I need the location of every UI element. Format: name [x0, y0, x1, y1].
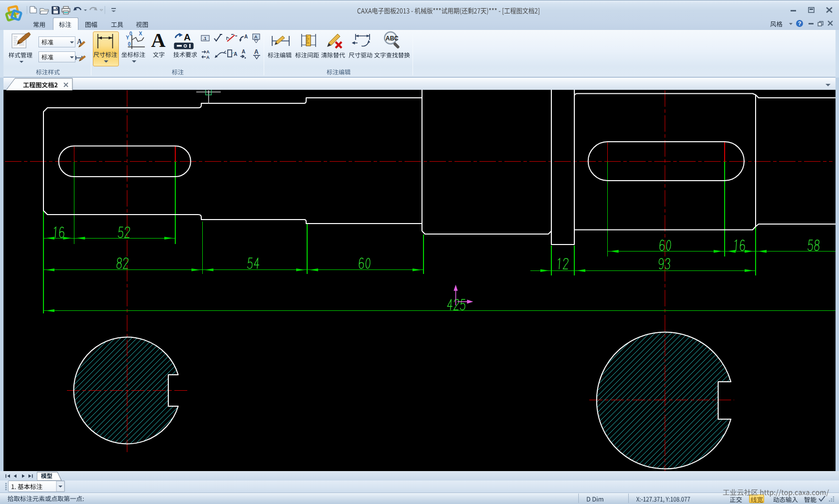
svg-text:A: A [234, 51, 237, 57]
svg-text:ABC: ABC [386, 35, 399, 42]
svg-text:A: A [206, 49, 210, 54]
svg-text:?: ? [798, 20, 802, 26]
svg-text:0: 0 [128, 41, 131, 47]
svg-text:A: A [254, 34, 258, 39]
svg-text:A: A [244, 34, 248, 39]
svg-text:A: A [184, 32, 191, 42]
svg-text:A: A [206, 55, 210, 60]
svg-text:Y: Y [126, 35, 129, 40]
svg-text:.1: .1 [203, 36, 207, 41]
svg-text:A: A [242, 49, 245, 54]
svg-text:0: 0 [129, 31, 132, 36]
svg-text:A: A [254, 48, 259, 55]
svg-text:X: X [139, 31, 142, 36]
